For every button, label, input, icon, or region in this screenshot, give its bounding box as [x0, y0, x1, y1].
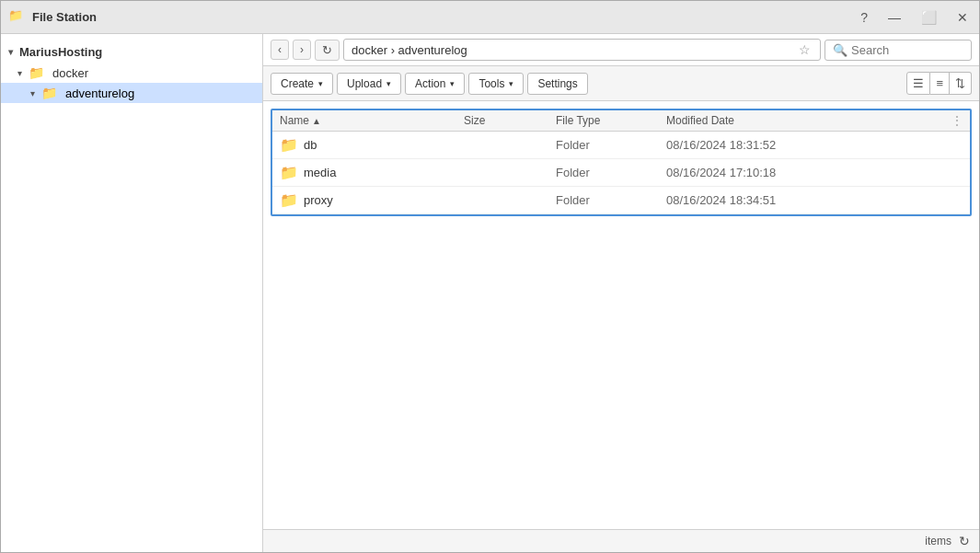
- sidebar-adventurelog-label: adventurelog: [65, 86, 134, 100]
- column-modified[interactable]: Modified Date: [666, 114, 940, 127]
- folder-icon: 📁: [280, 191, 298, 209]
- sidebar-item-host[interactable]: ▾ MariusHosting: [1, 41, 262, 63]
- file-row-name: 📁 proxy: [280, 191, 464, 209]
- table-row[interactable]: 📁 db Folder 08/16/2024 18:31:52: [272, 132, 970, 159]
- title-bar-left: 📁 File Station: [8, 8, 97, 27]
- close-button[interactable]: ✕: [953, 9, 972, 26]
- column-name[interactable]: Name ▲: [280, 114, 464, 127]
- folder-icon: 📁: [280, 136, 298, 154]
- file-row-name: 📁 media: [280, 164, 464, 181]
- sidebar-item-docker[interactable]: ▾ 📁 docker: [1, 63, 262, 83]
- file-row-type: Folder: [556, 193, 666, 207]
- back-button[interactable]: ‹: [271, 40, 289, 60]
- column-type[interactable]: File Type: [556, 114, 666, 127]
- sort-button[interactable]: ⇅: [950, 72, 972, 95]
- create-arrow-icon: ▾: [318, 79, 323, 88]
- address-refresh-button[interactable]: ↻: [315, 40, 340, 61]
- sidebar-docker-label: docker: [52, 66, 88, 80]
- file-row-modified: 08/16/2024 18:34:51: [666, 193, 963, 207]
- file-row-modified: 08/16/2024 17:10:18: [666, 166, 963, 179]
- status-refresh-button[interactable]: ↻: [959, 534, 970, 548]
- table-row[interactable]: 📁 media Folder 08/16/2024 17:10:18: [272, 159, 970, 187]
- file-row-modified: 08/16/2024 18:31:52: [666, 138, 963, 152]
- folder-icon: 📁: [280, 164, 298, 181]
- status-items-label: items: [925, 535, 951, 547]
- main-content: ▾ MariusHosting ▾ 📁 docker ▾ 📁 adventure…: [1, 34, 979, 552]
- list-view-button[interactable]: ☰: [906, 72, 930, 95]
- sidebar: ▾ MariusHosting ▾ 📁 docker ▾ 📁 adventure…: [1, 34, 263, 552]
- right-panel: ‹ › ↻ docker › adventurelog ☆ 🔍 Create ▾: [263, 34, 979, 552]
- settings-button[interactable]: Settings: [527, 73, 587, 95]
- app-icon: 📁: [8, 8, 27, 27]
- search-icon: 🔍: [833, 43, 847, 57]
- adventurelog-folder-icon: 📁: [41, 86, 57, 100]
- tools-arrow-icon: ▾: [509, 79, 513, 88]
- name-sort-icon: ▲: [312, 116, 321, 126]
- file-list-header: Name ▲ Size File Type Modified Date ⋮: [272, 110, 970, 132]
- docker-toggle-icon: ▾: [17, 68, 22, 78]
- search-box: 🔍: [824, 40, 972, 61]
- adventurelog-toggle-icon: ▾: [30, 88, 35, 98]
- title-bar-controls: ? — ⬜ ✕: [857, 9, 972, 26]
- address-path[interactable]: docker › adventurelog ☆: [343, 39, 821, 61]
- help-button[interactable]: ?: [857, 9, 871, 26]
- bookmark-button[interactable]: ☆: [797, 42, 813, 57]
- action-arrow-icon: ▾: [450, 79, 455, 88]
- file-row-name: 📁 db: [280, 136, 464, 154]
- docker-folder-icon: 📁: [29, 65, 44, 80]
- minimize-button[interactable]: —: [884, 9, 905, 26]
- app-title: File Station: [32, 10, 97, 24]
- toolbar: Create ▾ Upload ▾ Action ▾ Tools ▾ Setti…: [263, 66, 979, 101]
- file-list-selection-border: Name ▲ Size File Type Modified Date ⋮ 📁 …: [271, 109, 972, 216]
- view-buttons: ☰ ≡ ⇅: [906, 72, 972, 95]
- status-bar: items ↻: [263, 529, 979, 552]
- detail-view-button[interactable]: ≡: [930, 72, 950, 95]
- host-toggle-icon: ▾: [8, 47, 13, 57]
- column-size[interactable]: Size: [464, 114, 556, 127]
- table-row[interactable]: 📁 proxy Folder 08/16/2024 18:34:51: [272, 187, 970, 214]
- file-row-type: Folder: [556, 138, 666, 152]
- upload-arrow-icon: ▾: [386, 79, 391, 88]
- file-row-type: Folder: [556, 166, 666, 179]
- column-more-button[interactable]: ⋮: [940, 114, 963, 127]
- app-window: 📁 File Station ? — ⬜ ✕ ▾ MariusHosting ▾…: [0, 0, 980, 553]
- address-path-text: docker › adventurelog: [352, 43, 467, 57]
- search-input[interactable]: [851, 43, 943, 57]
- sidebar-host-label: MariusHosting: [19, 45, 102, 59]
- maximize-button[interactable]: ⬜: [917, 9, 940, 26]
- address-bar: ‹ › ↻ docker › adventurelog ☆ 🔍: [263, 34, 979, 66]
- upload-button[interactable]: Upload ▾: [337, 73, 401, 95]
- forward-button[interactable]: ›: [293, 40, 311, 60]
- tools-button[interactable]: Tools ▾: [468, 73, 524, 95]
- action-button[interactable]: Action ▾: [405, 73, 465, 95]
- create-button[interactable]: Create ▾: [271, 73, 333, 95]
- file-list-container: Name ▲ Size File Type Modified Date ⋮ 📁 …: [263, 101, 979, 529]
- title-bar: 📁 File Station ? — ⬜ ✕: [1, 1, 979, 34]
- sidebar-item-adventurelog[interactable]: ▾ 📁 adventurelog: [1, 83, 262, 103]
